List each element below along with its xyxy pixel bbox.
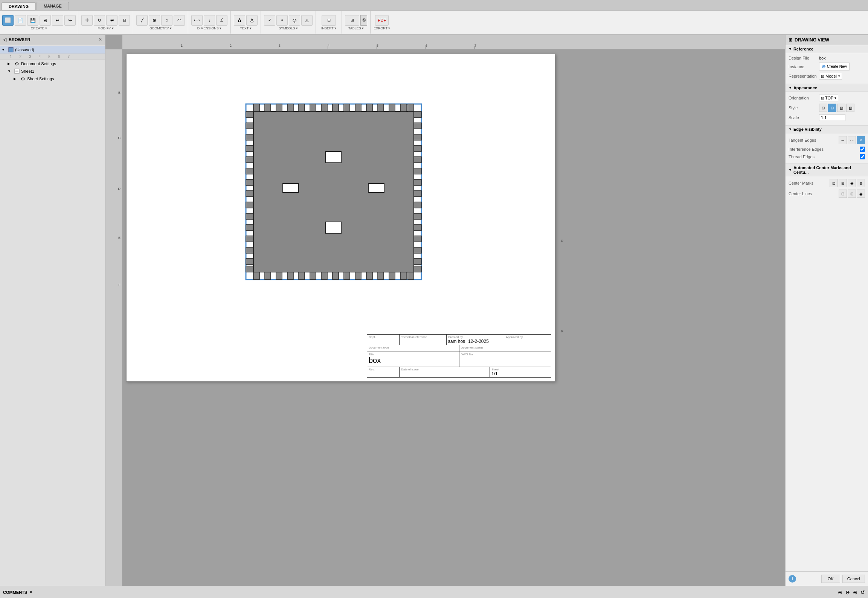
gear-icon-doc: ⚙ <box>14 61 20 67</box>
browser-header: ◁ BROWSER ✕ <box>0 35 105 44</box>
thread-edges-checkbox[interactable] <box>860 154 865 159</box>
expand-root[interactable]: ▼ <box>2 48 7 52</box>
expand-sheet1[interactable]: ▼ <box>8 69 13 73</box>
representation-row: Representation ⊡ Model ▾ <box>789 72 865 81</box>
svg-rect-40 <box>246 157 253 163</box>
svg-rect-31 <box>366 272 372 280</box>
browser-title: BROWSER <box>9 37 30 42</box>
toolbar-btn-undo[interactable]: ↩ <box>52 15 63 26</box>
toolbar-btn-crosshair[interactable]: ⊕ <box>149 15 160 26</box>
svg-rect-14 <box>344 104 350 112</box>
toolbar-btn-export[interactable]: PDF <box>375 15 389 26</box>
toolbar-btn-move[interactable]: ✛ <box>81 15 93 26</box>
svg-rect-53 <box>414 134 421 140</box>
drawing-view-panel: ⊞ DRAWING VIEW ▼ Reference Design File b… <box>785 35 868 586</box>
style-btn-1[interactable]: ⊡ <box>819 104 827 112</box>
toolbar-btn-new[interactable]: ⬜ <box>2 15 14 26</box>
svg-rect-45 <box>246 213 253 219</box>
rotate-view-icon[interactable]: ↺ <box>860 589 865 595</box>
svg-rect-5 <box>253 112 414 272</box>
tree-item-sheet1[interactable]: ▼ Sheet1 <box>0 67 105 75</box>
svg-rect-22 <box>265 272 271 280</box>
interference-edges-label: Interference Edges <box>789 147 824 151</box>
svg-rect-66 <box>325 151 341 163</box>
style-btn-3[interactable]: ▨ <box>837 104 845 112</box>
tangent-btn-2[interactable]: - - <box>848 136 856 144</box>
section-automated[interactable]: ▼ Automated Center Marks and Centu... <box>786 164 868 176</box>
edge-visibility-content: Tangent Edges ─ - - ✕ Interference Edges… <box>786 133 868 164</box>
toolbar-btn-sym4[interactable]: △ <box>301 15 313 26</box>
toolbar-btn-circle[interactable]: ○ <box>161 15 172 26</box>
svg-rect-10 <box>299 104 305 112</box>
toolbar-btn-mirror[interactable]: ⇌ <box>106 15 117 26</box>
tree-item-doc-settings[interactable]: ▶ ⚙ Document Settings <box>0 60 105 67</box>
create-new-label: Create New <box>827 64 847 69</box>
section-reference[interactable]: ▼ Reference <box>786 45 868 53</box>
tab-drawing[interactable]: DRAWING <box>2 2 36 10</box>
cm-btn-1[interactable]: ⊡ <box>830 179 838 187</box>
toolbar-btn-insert[interactable]: ⊞ <box>322 15 336 26</box>
ok-button[interactable]: OK <box>821 575 840 583</box>
orientation-dropdown[interactable]: ⊡ TOP ▾ <box>819 95 838 101</box>
svg-rect-19 <box>400 104 406 112</box>
reference-content: Design File box Instance ⊕ Create New Re… <box>786 53 868 84</box>
svg-rect-61 <box>414 225 421 231</box>
svg-rect-6 <box>253 104 259 112</box>
toolbar-btn-save[interactable]: 💾 <box>27 15 38 26</box>
svg-rect-23 <box>276 272 282 280</box>
svg-rect-36 <box>246 112 253 118</box>
toolbar-btn-text[interactable]: A <box>234 15 245 26</box>
style-btn-4[interactable]: ▧ <box>846 104 854 112</box>
toolbar-btn-print[interactable]: 🖨 <box>40 15 51 26</box>
toolbar-btn-textstyle[interactable]: A̲ <box>246 15 258 26</box>
crosshair-icon[interactable]: ⊕ <box>838 589 842 595</box>
cl-btn-2[interactable]: ⊞ <box>848 190 856 198</box>
toolbar-btn-dim1[interactable]: ⟷ <box>191 15 203 26</box>
browser-close-icon[interactable]: ✕ <box>98 37 102 42</box>
section-edge-visibility[interactable]: ▼ Edge Visibility <box>786 125 868 133</box>
tangent-btn-1[interactable]: ─ <box>839 136 847 144</box>
section-appearance[interactable]: ▼ Appearance <box>786 84 868 92</box>
comments-expand-icon[interactable]: ✕ <box>29 590 33 595</box>
tab-manage[interactable]: MANAGE <box>37 2 69 10</box>
zoom-in-icon[interactable]: ⊕ <box>853 589 857 595</box>
tree-item-sheet-settings[interactable]: ▶ ⚙ Sheet Settings <box>0 75 105 83</box>
toolbar-btn-rotate[interactable]: ↻ <box>94 15 105 26</box>
style-btn-2[interactable]: ⊟ <box>828 104 836 112</box>
cm-btn-2[interactable]: ⊞ <box>839 179 847 187</box>
cl-btn-3[interactable]: ◉ <box>857 190 865 198</box>
toolbar-btn-arc[interactable]: ◠ <box>174 15 185 26</box>
toolbar-btn-dim2[interactable]: ↕ <box>204 15 215 26</box>
browser-back-icon[interactable]: ◁ <box>3 37 6 42</box>
representation-dropdown[interactable]: ⊡ Model ▾ <box>819 73 842 80</box>
sheet1-label: Sheet1 <box>21 69 34 73</box>
tangent-btn-3[interactable]: ✕ <box>857 136 865 144</box>
title-name: Title box <box>367 352 459 367</box>
representation-value: Model <box>825 74 837 78</box>
zoom-fit-icon[interactable]: ⊖ <box>845 589 850 595</box>
cl-btn-1[interactable]: ⊡ <box>839 190 847 198</box>
toolbar-btn-redo[interactable]: ↪ <box>64 15 76 26</box>
scale-input[interactable] <box>819 114 845 121</box>
toolbar-btn-tables[interactable]: ⊞ <box>345 15 359 26</box>
toolbar-btn-scale[interactable]: ⊡ <box>119 15 130 26</box>
center-lines-row: Center Lines ⊡ ⊞ ◉ <box>789 188 865 199</box>
toolbar-btn-sym2[interactable]: ⌖ <box>276 15 288 26</box>
toolbar-group-symbols: ✓ ⌖ ◎ △ SYMBOLS ▾ <box>261 11 316 34</box>
cm-btn-3[interactable]: ◉ <box>848 179 856 187</box>
toolbar-btn-line[interactable]: ╱ <box>136 15 148 26</box>
toolbar-btn-dim3[interactable]: ∠ <box>216 15 227 26</box>
expand-doc-settings[interactable]: ▶ <box>8 62 13 66</box>
appearance-content: Orientation ⊡ TOP ▾ Style ⊡ ⊟ ▨ ▧ <box>786 92 868 125</box>
expand-sheet-settings[interactable]: ▶ <box>14 77 19 81</box>
toolbar-btn-open[interactable]: 📄 <box>15 15 26 26</box>
cm-btn-4[interactable]: ⊕ <box>857 179 865 187</box>
toolbar-btn-sym1[interactable]: ✓ <box>264 15 275 26</box>
toolbar-btn-sym3[interactable]: ◎ <box>289 15 300 26</box>
tree-item-root[interactable]: ▼ (Unsaved) <box>0 46 105 54</box>
create-new-button[interactable]: ⊕ Create New <box>819 63 850 70</box>
info-icon[interactable]: i <box>789 575 796 583</box>
tables-label: TABLES ▾ <box>348 26 364 30</box>
interference-edges-checkbox[interactable] <box>860 147 865 152</box>
cancel-button[interactable]: Cancel <box>842 575 865 583</box>
